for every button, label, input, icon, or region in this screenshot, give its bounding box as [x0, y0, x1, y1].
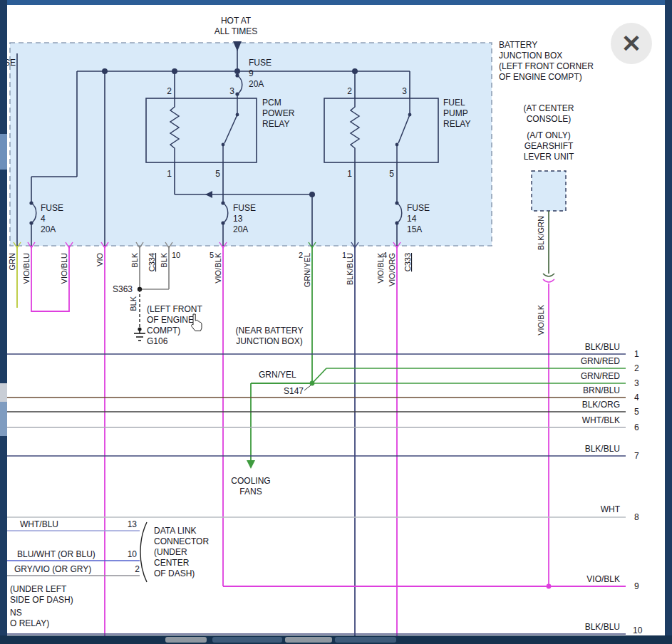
all-times-label: ALL TIMES [214, 26, 258, 36]
bottom-left-annotations: (UNDER LEFT SIDE OF DASH) NS O RELAY) [10, 584, 73, 628]
bottom-bar [0, 635, 672, 644]
battery-label-4: OF ENGINE COMPT) [499, 72, 582, 82]
splice-s147-label: S147 [284, 386, 304, 396]
wire-label-blk-ground: BLK [129, 296, 138, 311]
splice-s363-label: S363 [113, 284, 133, 294]
cooling-fans-arrow-icon [247, 460, 255, 469]
inline-connector-icon [543, 274, 554, 276]
pin4-label: BRN/BLU [583, 385, 620, 395]
relay2-pin3: 3 [402, 86, 407, 96]
pin1-number: 1 [634, 349, 639, 359]
dlc-pin-2: 2 [135, 564, 140, 574]
exit-wire-labels: GRN VIO/BLU VIO/BLU VIO BLK C334 BLK 10 … [8, 251, 412, 311]
scrollbar-thumb[interactable] [285, 637, 332, 643]
relay2-name-2: PUMP [443, 108, 468, 118]
scrollbar-segment[interactable] [212, 637, 282, 643]
wire-label-vio-blu: VIO/BLU [22, 253, 31, 284]
pin9-number: 9 [634, 581, 639, 591]
pin-number-2: 2 [299, 251, 303, 259]
relay2-pin5: 5 [389, 169, 394, 179]
fuse14-rating: 15A [407, 224, 422, 234]
fuse9-name: FUSE [249, 58, 272, 68]
connector-bracket [140, 522, 147, 582]
wire-label-vio-blk: VIO/BLK [537, 304, 545, 335]
pin5-number: 5 [634, 407, 639, 417]
near-bjb-label-2: JUNCTION BOX) [236, 336, 302, 346]
fuse4-name: FUSE [41, 203, 63, 213]
fuse9-number: 9 [249, 68, 254, 78]
close-button[interactable]: ✕ [611, 23, 652, 64]
under-dash-label-2: SIDE OF DASH) [10, 595, 73, 605]
pin7-number: 7 [634, 451, 639, 461]
relay2-name-3: RELAY [443, 119, 470, 129]
gearshift-box [532, 171, 566, 211]
ground-location-3: COMPT) [147, 326, 180, 336]
wire-label-grn-yel: GRN/YEL [303, 253, 311, 287]
fuse9-rating: 20A [249, 79, 264, 89]
junction-dot [353, 69, 357, 73]
pin10-number: 10 [633, 625, 643, 635]
wiring-diagram: SE HOT AT ALL TIMES FUS [0, 0, 672, 644]
fuse13-number: 13 [233, 214, 243, 224]
dlc-wire-label-3: GRY/VIO (OR GRY) [14, 564, 91, 574]
fuse4-rating: 20A [41, 224, 56, 234]
pin8-label: WHT [601, 504, 621, 514]
left-edge-segment [0, 134, 7, 170]
connector-label-c333: C333 [403, 253, 412, 271]
relay2-pin2: 2 [347, 86, 352, 96]
pin3-label: GRN/RED [581, 371, 621, 381]
dlc-label-2: CONNECTOR [154, 536, 209, 546]
cut-label-1: NS [10, 608, 22, 618]
fuse14-name: FUSE [407, 203, 430, 213]
pin6-number: 6 [634, 422, 639, 432]
pin-number-5: 5 [210, 251, 214, 259]
cursor-pointer-icon [192, 314, 202, 331]
near-bjb-label-1: (NEAR BATTERY [236, 326, 304, 336]
dlc-pin-13: 13 [128, 519, 138, 529]
scrollbar-thumb[interactable] [165, 637, 207, 643]
ground-g106-label: G106 [147, 336, 168, 346]
relay1-pin5: 5 [215, 169, 220, 179]
pin-number-1: 1 [342, 251, 346, 259]
pin2-number: 2 [634, 363, 639, 373]
console-label-2: CONSOLE) [527, 114, 572, 124]
battery-label-1: BATTERY [499, 40, 537, 50]
pin9-label: VIO/BLK [586, 574, 620, 584]
relay1-name-3: RELAY [262, 119, 289, 129]
junction-dot [103, 69, 107, 73]
pin1-label: BLK/BLU [585, 342, 620, 352]
ground-symbol-icon [134, 329, 145, 341]
wire-label-vio: VIO [95, 253, 104, 266]
relay2-name-1: FUEL [443, 98, 465, 108]
scrollbar-segment[interactable] [335, 637, 396, 643]
grn-yel-label: GRN/YEL [259, 370, 296, 380]
left-edge-strip [0, 0, 7, 644]
s147-splice: GRN/YEL S147 (NEAR BATTERY JUNCTION BOX)… [231, 246, 326, 497]
wire-label-vio-org: VIO/ORG [388, 253, 396, 286]
hot-at-label: HOT AT [221, 16, 252, 26]
dlc-label-1: DATA LINK [154, 526, 197, 536]
relay2-pin1: 1 [347, 169, 352, 179]
wire-label-vio-blk: VIO/BLK [214, 252, 222, 283]
pin-number-4: 4 [383, 251, 387, 259]
cooling-fans-label-1: COOLING [231, 476, 270, 486]
pin8-number: 8 [634, 512, 639, 522]
pin2-label: GRN/RED [581, 356, 621, 366]
junction-dot [235, 69, 239, 73]
wire-label-blk-grn: BLK/GRN [537, 216, 545, 250]
splice-diagonal [312, 368, 326, 383]
wire-label-blk: BLK [160, 252, 168, 267]
ground-location-1: (LEFT FRONT [147, 304, 202, 314]
dlc-pin-10: 10 [128, 549, 138, 559]
junction-dot [547, 584, 552, 589]
junction-dot [172, 69, 177, 73]
pin5-label: BLK/ORG [582, 400, 620, 410]
top-edge-strip [0, 0, 672, 5]
wire-label-blk: BLK [130, 252, 139, 267]
dlc-wire-label-2: BLU/WHT (OR BLU) [17, 549, 95, 559]
wire-label-blk-blu: BLK/BLU [346, 253, 354, 285]
relay1-name-1: PCM [262, 98, 281, 108]
connector-label-c334: C334 [148, 253, 156, 271]
fuse13-name: FUSE [233, 203, 256, 213]
dlc-wire-label-1: WHT/BLU [20, 519, 58, 529]
